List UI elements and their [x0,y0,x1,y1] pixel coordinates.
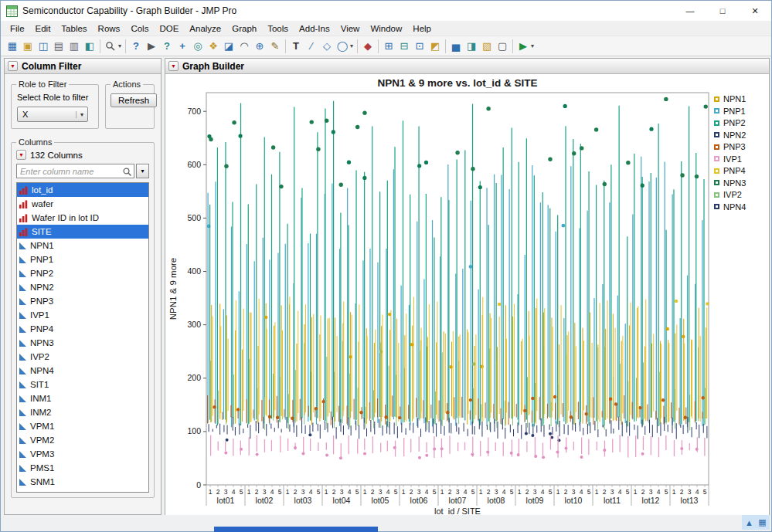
column-item-inm2[interactable]: INM2 [17,405,148,419]
oval-tool-icon[interactable]: ◯ [335,39,350,54]
red-triangle-button[interactable]: ▼ [8,61,18,71]
zoom-in-tool-icon[interactable]: ⊕ [252,39,267,54]
legend-item-pnp2[interactable]: PNP2 [714,118,746,127]
subset-icon[interactable]: ⊡ [412,39,427,54]
column-item-sit1[interactable]: SIT1 [17,378,148,391]
chart[interactable]: NPN1 & 9 more vs. lot_id & SITE010020030… [165,74,769,515]
search-filter-dropdown[interactable]: ▾ [136,164,149,178]
column-item-npn1[interactable]: NPN1 [17,239,148,252]
column-item-snm1[interactable]: SNM1 [17,475,148,489]
pencil-tool-icon[interactable]: ✎ [267,39,283,54]
recode-icon[interactable]: ◩ [427,39,443,54]
column-item-pms1[interactable]: PMS1 [17,461,148,475]
column-item-lot_id[interactable]: lot_id [17,183,148,197]
summary-icon[interactable]: ⊟ [396,39,412,54]
menu-analyze[interactable]: Analyze [184,22,226,35]
new-window-icon[interactable]: ▢ [495,39,510,54]
menu-file[interactable]: File [5,22,30,35]
help-icon[interactable]: ? [128,39,144,54]
annotate-tool-icon[interactable]: T [288,39,304,54]
crosshair-tool-icon[interactable]: + [175,39,190,54]
role-dropdown[interactable]: X ▾ [17,107,88,122]
menu-tables[interactable]: Tables [56,22,92,35]
continuous-column-icon [19,395,26,402]
maximize-button[interactable]: □ [706,1,739,21]
save-icon[interactable]: ◫ [36,39,51,54]
menu-graph[interactable]: Graph [226,22,262,35]
column-filter-header: ▼ Column Filter [5,59,161,74]
menu-rows[interactable]: Rows [93,22,126,35]
line-tool-icon[interactable]: ∕ [304,39,319,54]
column-item-pnp2[interactable]: PNP2 [17,266,148,280]
legend-item-pnp3[interactable]: PNP3 [714,142,746,151]
legend-item-pnp4[interactable]: PNP4 [714,166,746,175]
menu-window[interactable]: Window [365,22,407,35]
legend-item-ivp1[interactable]: IVP1 [714,154,746,164]
journal-icon[interactable]: ▧ [479,39,495,54]
print-preview-icon[interactable]: ▥ [66,39,82,54]
open-icon[interactable]: ▣ [20,39,36,54]
menu-cols[interactable]: Cols [125,22,154,35]
cursor-tool-icon[interactable]: ▶ [144,39,159,54]
search-icon[interactable] [103,39,118,54]
column-item-ivp2[interactable]: IVP2 [17,350,148,364]
column-item-wafer-id-in-lot-id[interactable]: Wafer ID in lot ID [17,211,148,225]
site-tick-label: 3 [495,488,498,496]
column-item-vpm2[interactable]: VPM2 [17,433,148,447]
search-icon-dropdown[interactable]: ▾ [118,42,121,49]
window-grid-icon[interactable]: ▦ [757,517,768,528]
polygon-tool-icon[interactable]: ◇ [319,39,335,54]
legend-item-npn3[interactable]: NPN3 [714,178,746,188]
minimize-button[interactable]: — [674,1,706,21]
brush-tool-icon[interactable]: ◪ [221,39,236,54]
close-button[interactable]: ✕ [739,1,771,21]
column-item-vpm1[interactable]: VPM1 [17,419,148,433]
red-triangle-button[interactable]: ▼ [168,61,179,71]
menu-tools[interactable]: Tools [262,22,294,35]
column-item-npn2[interactable]: NPN2 [17,280,148,294]
red-triangle-button[interactable]: ▼ [16,150,26,160]
pin-tool-icon[interactable]: ◆ [360,39,376,54]
new-data-table-icon[interactable]: ▦ [5,39,20,54]
lot-tick-label: lot08 [488,496,505,505]
menu-help[interactable]: Help [407,22,437,35]
menu-edit[interactable]: Edit [30,22,56,35]
column-item-inm1[interactable]: INM1 [17,391,148,405]
legend-label: PNP2 [723,118,746,127]
histogram-icon[interactable]: ▅ [448,39,464,54]
column-item-npn3[interactable]: NPN3 [17,336,148,350]
globe-tool-icon[interactable]: ◎ [190,39,206,54]
column-search-input[interactable] [17,164,134,178]
column-item-npn4[interactable]: NPN4 [17,364,148,378]
legend-item-npn2[interactable]: NPN2 [714,130,746,140]
column-item-vpm3[interactable]: VPM3 [17,447,148,461]
legend-item-npn4[interactable]: NPN4 [714,202,746,212]
scroll-top-icon[interactable]: ▲ [743,517,755,528]
legend-item-ivp2[interactable]: IVP2 [714,190,746,199]
menu-view[interactable]: View [335,22,366,35]
column-item-ivp1[interactable]: IVP1 [17,308,148,322]
data-table-icon[interactable]: ⊞ [381,39,396,54]
legend-item-pnp1[interactable]: PNP1 [714,107,746,116]
copy-icon[interactable]: ◧ [82,39,97,54]
lasso-tool-icon[interactable]: ◠ [236,39,252,54]
print-icon[interactable]: ▤ [51,39,66,54]
column-item-pnp4[interactable]: PNP4 [17,322,148,336]
run-script-icon-dropdown[interactable]: ▾ [531,42,534,49]
graph-builder-icon[interactable]: ◨ [464,39,479,54]
column-item-wafer[interactable]: wafer [17,197,148,211]
column-item-site[interactable]: SITE [17,225,148,239]
grabber-tool-icon[interactable]: ❖ [206,39,221,54]
oval-tool-icon-dropdown[interactable]: ▾ [350,42,353,49]
refresh-button[interactable]: Refresh [111,93,157,107]
continuous-column-icon [19,298,26,305]
run-script-icon[interactable]: ▶ [515,39,531,54]
menu-doe[interactable]: DOE [154,22,184,35]
menu-add-ins[interactable]: Add-Ins [294,22,335,35]
column-item-pnp3[interactable]: PNP3 [17,294,148,308]
legend-item-npn1[interactable]: NPN1 [714,94,746,103]
columns-group-label: Columns [16,137,54,147]
column-item-pnp1[interactable]: PNP1 [17,252,148,266]
columns-group: Columns ▼ 132 Columns ▾ [11,142,155,498]
question-tool-icon[interactable]: ? [159,39,175,54]
